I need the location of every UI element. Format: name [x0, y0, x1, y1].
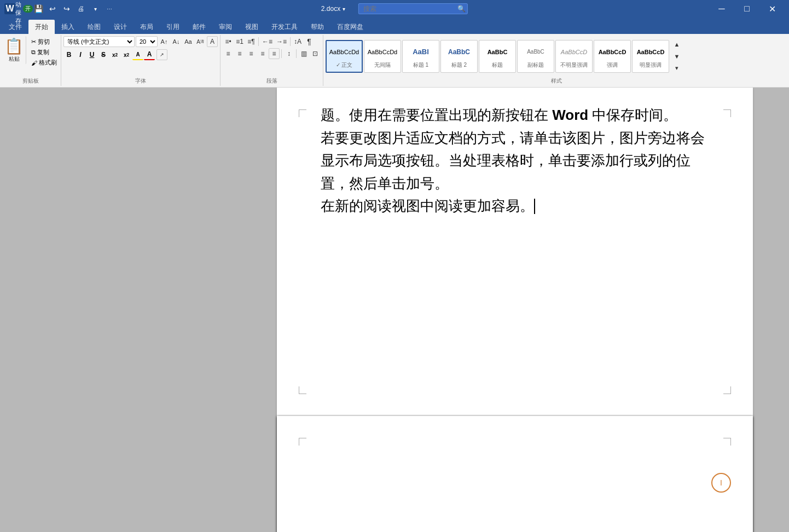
sort-button[interactable]: ↕A [292, 36, 303, 47]
show-marks-button[interactable]: ¶ [304, 36, 315, 47]
font-shrink-button[interactable]: A↓ [171, 36, 182, 47]
style-subtitle-label: 副标题 [527, 61, 544, 69]
font-grow-button[interactable]: A↑ [159, 36, 170, 47]
align-center-button[interactable]: ≡ [234, 48, 245, 59]
style-heading2-preview: AaBbC [448, 44, 470, 60]
para-row1: ≡• ≡1 ≡¶ ←≡ →≡ ↕A ¶ [223, 36, 315, 47]
align-left-button[interactable]: ≡ [223, 48, 234, 59]
bold-button[interactable]: B [63, 49, 74, 60]
print-preview-button[interactable]: 🖨 [76, 3, 86, 14]
justify-button[interactable]: ≡ [257, 48, 268, 59]
align-right-button[interactable]: ≡ [246, 48, 257, 59]
cut-button[interactable]: ✂ 剪切 [30, 37, 59, 47]
font-size-select[interactable]: 20 [136, 36, 158, 47]
filename-dropdown-icon[interactable]: ▾ [343, 6, 345, 12]
save-button[interactable]: 💾 [33, 3, 44, 14]
title-bar: W 自动保存 开 💾 ↩ ↪ 🖨 ▾ ⋯ 2.docx ▾ 🔍 ─ □ ✕ [0, 0, 789, 18]
search-icon: 🔍 [457, 5, 466, 13]
font-dialog-button[interactable]: ↗ [156, 49, 167, 60]
style-subtitle[interactable]: AaBbC 副标题 [517, 40, 554, 73]
tab-design[interactable]: 设计 [107, 20, 134, 34]
autosave-toggle[interactable]: 自动保存 开 [19, 3, 30, 14]
style-no-spacing[interactable]: AaBbCcDd 无间隔 [364, 40, 401, 73]
cursor-indicator: I [711, 473, 731, 493]
styles-scroll-down[interactable]: ▼ [671, 51, 682, 62]
copy-label: 复制 [37, 48, 49, 56]
ribbon: 📋 粘贴 ✂ 剪切 ⧉ 复制 🖌 格式刷 剪贴板 [0, 34, 789, 88]
highlight-button[interactable]: A [132, 49, 143, 60]
font-color-button[interactable]: A [144, 49, 155, 60]
redo-button[interactable]: ↪ [61, 3, 72, 14]
shading-button[interactable]: ▥ [298, 48, 309, 59]
page1-para1: 题。使用在需要位置出现的新按钮在 Word 中保存时间。 [321, 104, 709, 127]
word-icon: W [4, 3, 15, 14]
distribute-button[interactable]: ≡ [269, 48, 280, 59]
group-clipboard: 📋 粘贴 ✂ 剪切 ⧉ 复制 🖌 格式刷 剪贴板 [0, 35, 61, 86]
tab-view[interactable]: 视图 [239, 20, 265, 34]
styles-scroll-up[interactable]: ▲ [671, 39, 682, 50]
page-1[interactable]: 题。使用在需要位置出现的新按钮在 Word 中保存时间。 若要更改图片适应文档的… [277, 88, 753, 416]
text-effects-button[interactable]: A [207, 36, 218, 47]
increase-indent-button[interactable]: →≡ [275, 36, 288, 47]
style-subtle-emphasis[interactable]: AaBbCcD 不明显强调 [555, 40, 593, 73]
tab-references[interactable]: 引用 [160, 20, 186, 34]
underline-button[interactable]: U [86, 49, 97, 60]
multilevel-button[interactable]: ≡¶ [246, 36, 257, 47]
subscript-button[interactable]: x2 [109, 49, 120, 60]
close-button[interactable]: ✕ [759, 0, 785, 18]
border-button[interactable]: ⊡ [310, 48, 321, 59]
search-input[interactable] [358, 3, 468, 14]
style-subtitle-preview: AaBbC [527, 44, 544, 60]
tab-review[interactable]: 审阅 [212, 20, 239, 34]
page1-content[interactable]: 题。使用在需要位置出现的新按钮在 Word 中保存时间。 若要更改图片适应文档的… [321, 104, 709, 218]
numbering-button[interactable]: ≡1 [234, 36, 245, 47]
customize-qat-button[interactable]: ▾ [90, 3, 101, 14]
style-heading2[interactable]: AaBbC 标题 2 [440, 40, 478, 73]
style-intense-emphasis-label: 明显强调 [640, 61, 662, 69]
line-spacing-button[interactable]: ↕ [283, 48, 294, 59]
strikethrough-button[interactable]: S [98, 49, 109, 60]
bullets-button[interactable]: ≡• [223, 36, 234, 47]
style-normal-preview: AaBbCcDd [329, 44, 359, 60]
clipboard-sub: ✂ 剪切 ⧉ 复制 🖌 格式刷 [30, 36, 59, 67]
styles-scroll: ▲ ▼ ▾ [671, 39, 682, 74]
maximize-button[interactable]: □ [734, 0, 759, 18]
style-emphasis[interactable]: AaBbCcD 强调 [594, 40, 631, 73]
more-commands-button[interactable]: ⋯ [104, 3, 115, 14]
format-painter-button[interactable]: 🖌 格式刷 [30, 58, 59, 67]
tab-file[interactable]: 文件 [2, 20, 28, 34]
style-normal[interactable]: AaBbCcDd ✓ 正文 [326, 40, 363, 73]
italic-button[interactable]: I [75, 49, 86, 60]
styles-more[interactable]: ▾ [671, 63, 682, 74]
clear-format-button[interactable]: A清 [195, 36, 206, 47]
decrease-indent-button[interactable]: ←≡ [260, 36, 274, 47]
tab-baidu[interactable]: 百度网盘 [330, 20, 370, 34]
copy-button[interactable]: ⧉ 复制 [30, 48, 59, 57]
group-font: 等线 (中文正文) 20 A↑ A↓ Aa A清 A B I U S x2 x2… [61, 35, 221, 86]
minimize-button[interactable]: ─ [709, 0, 734, 18]
autosave-state: 开 [23, 5, 33, 13]
page-2[interactable]: I [277, 416, 753, 532]
tab-developer[interactable]: 开发工具 [265, 20, 304, 34]
paste-button[interactable]: 📋 粘贴 [2, 36, 26, 64]
font-row1: 等线 (中文正文) 20 A↑ A↓ Aa A清 A [63, 36, 218, 47]
page-area[interactable]: 题。使用在需要位置出现的新按钮在 Word 中保存时间。 若要更改图片适应文档的… [241, 88, 789, 532]
style-heading[interactable]: AaBbC 标题 [479, 40, 516, 73]
tab-draw[interactable]: 绘图 [81, 20, 107, 34]
style-heading1[interactable]: AaBl 标题 1 [402, 40, 439, 73]
style-intense-emphasis[interactable]: AaBbCcD 明显强调 [632, 40, 669, 73]
tab-help[interactable]: 帮助 [304, 20, 330, 34]
tab-insert[interactable]: 插入 [55, 20, 81, 34]
undo-button[interactable]: ↩ [47, 3, 58, 14]
tab-home[interactable]: 开始 [28, 20, 55, 34]
paste-label: 粘贴 [9, 55, 20, 63]
page1-para2: 若要更改图片适应文档的方式，请单击该图片，图片旁边将会显示布局选项按钮。当处理表… [321, 127, 709, 195]
font-family-select[interactable]: 等线 (中文正文) [63, 36, 135, 47]
text-cursor [534, 199, 535, 215]
superscript-button[interactable]: x2 [121, 49, 132, 60]
tab-mailings[interactable]: 邮件 [186, 20, 212, 34]
change-case-button[interactable]: Aa [183, 36, 194, 47]
tab-layout[interactable]: 布局 [134, 20, 160, 34]
styles-content: AaBbCcDd ✓ 正文 AaBbCcDd 无间隔 AaBl 标题 1 AaB… [326, 36, 787, 76]
content-area: 题。使用在需要位置出现的新按钮在 Word 中保存时间。 若要更改图片适应文档的… [0, 88, 789, 532]
